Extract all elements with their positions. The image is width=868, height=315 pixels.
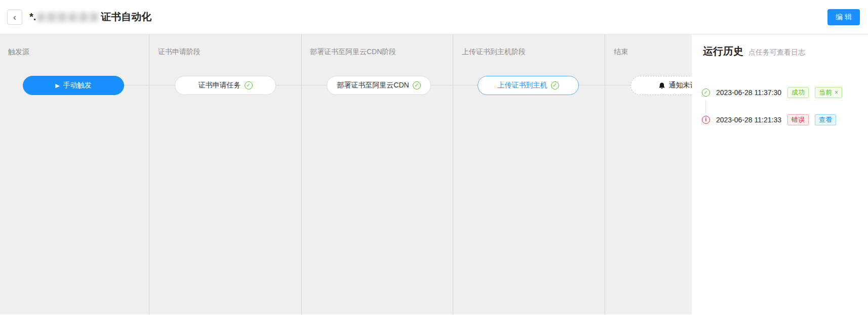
current-badge[interactable]: 当前× bbox=[815, 87, 842, 98]
error-circle-icon: i bbox=[702, 116, 710, 124]
back-chevron-icon: ‹ bbox=[13, 13, 16, 22]
column-divider bbox=[605, 34, 605, 314]
check-circle-icon: ✓ bbox=[245, 81, 253, 89]
page-title: *. 证书自动化 bbox=[29, 10, 151, 24]
success-circle-icon: ✓ bbox=[702, 88, 710, 97]
entry-time: 2023-06-28 11:21:33 bbox=[716, 116, 781, 124]
back-button[interactable]: ‹ bbox=[7, 10, 22, 25]
node-label: 部署证书至阿里云CDN bbox=[337, 81, 409, 90]
node-label: 上传证书到主机 bbox=[498, 81, 547, 90]
play-icon: ▶ bbox=[55, 83, 59, 88]
edit-button[interactable]: 编 辑 bbox=[827, 9, 860, 25]
check-circle-icon: ✓ bbox=[551, 81, 559, 89]
current-badge-label: 当前 bbox=[819, 88, 832, 96]
panel-title: 运行历史 bbox=[703, 44, 743, 58]
node-manual-trigger[interactable]: ▶ 手动触发 bbox=[23, 76, 124, 95]
node-label: 手动触发 bbox=[63, 81, 92, 90]
node-upload-host[interactable]: 上传证书到主机 ✓ bbox=[478, 76, 579, 95]
bell-icon bbox=[658, 82, 665, 89]
stage-label-cdn: 部署证书至阿里云CDN阶段 bbox=[310, 48, 396, 57]
timeline-connector bbox=[705, 100, 706, 113]
panel-subtitle: 点任务可查看日志 bbox=[748, 48, 805, 57]
entry-time: 2023-06-28 11:37:30 bbox=[716, 88, 781, 97]
check-circle-icon: ✓ bbox=[413, 81, 421, 89]
status-badge-error: 错误 bbox=[787, 114, 809, 125]
stage-label-apply: 证书申请阶段 bbox=[158, 48, 201, 57]
title-suffix: 证书自动化 bbox=[101, 10, 151, 24]
stage-label-host: 上传证书到主机阶段 bbox=[462, 48, 526, 57]
node-deploy-cdn[interactable]: 部署证书至阿里云CDN ✓ bbox=[327, 76, 431, 95]
column-divider bbox=[453, 34, 453, 314]
column-divider bbox=[301, 34, 302, 314]
run-history-panel: 运行历史 点任务可查看日志 ✓ 2023-06-28 11:37:30 成功 当… bbox=[692, 34, 868, 314]
status-badge-success: 成功 bbox=[787, 87, 809, 98]
node-cert-apply-task[interactable]: 证书申请任务 ✓ bbox=[175, 76, 276, 95]
view-log-button[interactable]: 查看 bbox=[815, 114, 836, 125]
column-divider bbox=[149, 34, 149, 314]
stage-label-end: 结束 bbox=[614, 48, 628, 57]
history-entry[interactable]: i 2023-06-28 11:21:33 错误 查看 bbox=[702, 114, 836, 126]
panel-header: 运行历史 点任务可查看日志 bbox=[703, 44, 868, 58]
node-label: 证书申请任务 bbox=[199, 81, 241, 90]
history-entry[interactable]: ✓ 2023-06-28 11:37:30 成功 当前× bbox=[702, 86, 842, 99]
redacted-domain-blur bbox=[37, 13, 99, 22]
page-header: ‹ *. 证书自动化 编 辑 bbox=[0, 0, 868, 34]
stage-label-trigger: 触发源 bbox=[8, 48, 29, 57]
close-icon[interactable]: × bbox=[835, 89, 838, 96]
title-prefix: *. bbox=[29, 11, 36, 23]
workflow-board: 触发源 证书申请阶段 部署证书至阿里云CDN阶段 上传证书到主机阶段 结束 ▶ … bbox=[0, 34, 868, 314]
